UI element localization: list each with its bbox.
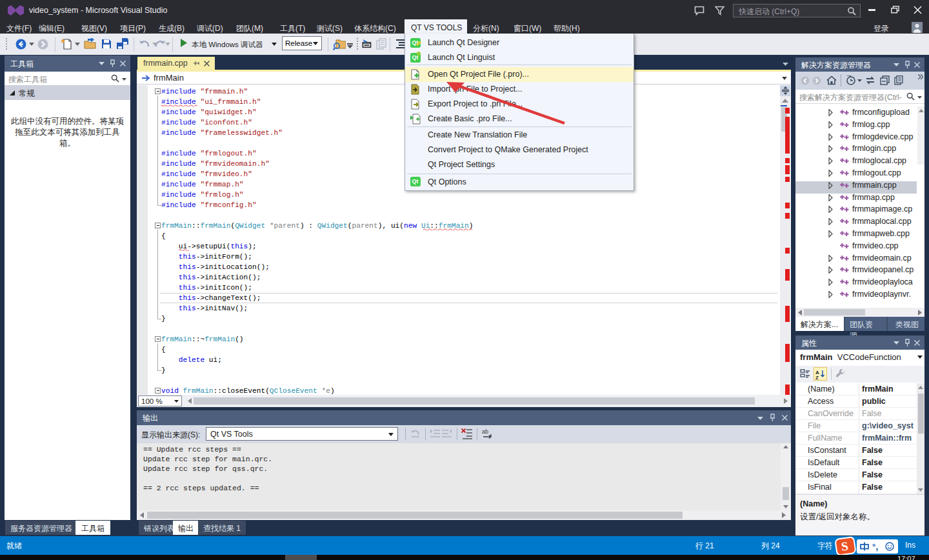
svg-text:ab: ab (482, 428, 488, 435)
svg-text:Z: Z (815, 375, 819, 379)
